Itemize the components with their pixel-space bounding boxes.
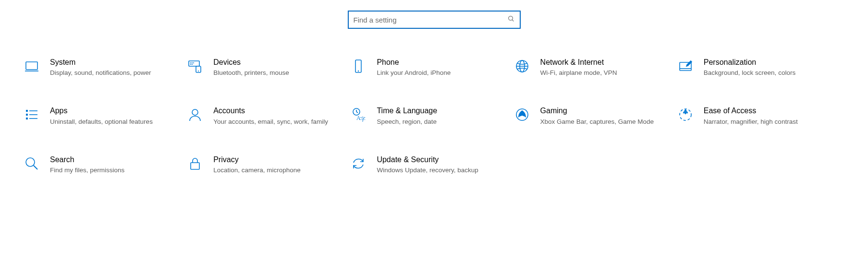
settings-grid: System Display, sound, notifications, po…: [0, 48, 868, 184]
tile-desc: Location, camera, microphone: [213, 166, 339, 175]
search-category-icon: [22, 155, 41, 172]
tile-title: System: [50, 58, 176, 67]
tile-title: Network & Internet: [540, 58, 666, 67]
tile-ease-of-access[interactable]: Ease of Access Narrator, magnifier, high…: [676, 106, 839, 126]
tile-devices[interactable]: Devices Bluetooth, printers, mouse: [185, 58, 349, 77]
svg-rect-4: [189, 61, 199, 66]
tile-desc: Your accounts, email, sync, work, family: [213, 118, 339, 126]
search-box[interactable]: [348, 11, 521, 29]
tile-title: Devices: [213, 58, 339, 67]
tile-desc: Uninstall, defaults, optional features: [50, 118, 176, 126]
phone-icon: [349, 58, 368, 75]
tile-desc: Narrator, magnifier, high contrast: [704, 118, 830, 126]
tile-title: Gaming: [540, 106, 666, 115]
svg-point-25: [192, 109, 198, 115]
tile-title: Ease of Access: [704, 106, 830, 115]
accounts-icon: [185, 106, 205, 123]
tile-phone[interactable]: Phone Link your Android, iPhone: [349, 58, 512, 77]
tile-title: Personalization: [704, 58, 830, 67]
tile-system[interactable]: System Display, sound, notifications, po…: [22, 58, 185, 77]
svg-rect-23: [26, 118, 28, 119]
svg-line-1: [512, 20, 513, 21]
tile-accounts[interactable]: Accounts Your accounts, email, sync, wor…: [185, 106, 349, 126]
tile-search[interactable]: Search Find my files, permissions: [22, 155, 185, 175]
tile-update-security[interactable]: Update & Security Windows Update, recove…: [349, 155, 512, 175]
tile-title: Time & Language: [377, 106, 502, 115]
tile-desc: Link your Android, iPhone: [377, 69, 502, 77]
update-icon: [349, 155, 368, 172]
tile-network[interactable]: Network & Internet Wi-Fi, airplane mode,…: [513, 58, 676, 77]
svg-text:字: 字: [360, 116, 366, 122]
personalization-icon: [676, 58, 695, 75]
gaming-icon: [513, 106, 532, 123]
globe-icon: [513, 58, 532, 75]
apps-icon: [22, 106, 41, 123]
tile-desc: Windows Update, recovery, backup: [377, 166, 502, 175]
search-input[interactable]: [353, 15, 507, 24]
tile-desc: Background, lock screen, colors: [704, 69, 830, 77]
svg-point-33: [26, 158, 35, 166]
ease-of-access-icon: [676, 106, 695, 123]
search-container: [0, 0, 868, 48]
tile-desc: Display, sound, notifications, power: [50, 69, 176, 77]
tile-desc: Xbox Game Bar, captures, Game Mode: [540, 118, 666, 126]
tile-personalization[interactable]: Personalization Background, lock screen,…: [676, 58, 839, 77]
tile-title: Update & Security: [377, 155, 502, 164]
search-icon: [507, 15, 515, 24]
tile-gaming[interactable]: Gaming Xbox Game Bar, captures, Game Mod…: [513, 106, 676, 126]
svg-line-34: [34, 166, 37, 169]
tile-desc: Wi-Fi, airplane mode, VPN: [540, 69, 666, 77]
privacy-icon: [185, 155, 205, 172]
tile-apps[interactable]: Apps Uninstall, defaults, optional featu…: [22, 106, 185, 126]
svg-rect-21: [26, 114, 28, 116]
tile-desc: Bluetooth, printers, mouse: [213, 69, 339, 77]
tile-title: Apps: [50, 106, 176, 115]
tile-desc: Find my files, permissions: [50, 166, 176, 175]
tile-title: Search: [50, 155, 176, 164]
tile-desc: Speech, region, date: [377, 118, 502, 126]
svg-rect-35: [191, 163, 199, 169]
time-language-icon: A 字: [349, 106, 368, 123]
system-icon: [22, 58, 41, 75]
tile-privacy[interactable]: Privacy Location, camera, microphone: [185, 155, 349, 175]
devices-icon: [185, 58, 205, 75]
tile-title: Accounts: [213, 106, 339, 115]
tile-time-language[interactable]: A 字 Time & Language Speech, region, date: [349, 106, 512, 126]
svg-point-0: [508, 16, 513, 21]
svg-rect-19: [26, 110, 28, 112]
svg-line-28: [356, 112, 358, 113]
tile-title: Privacy: [213, 155, 339, 164]
svg-rect-2: [26, 62, 37, 70]
tile-title: Phone: [377, 58, 502, 67]
